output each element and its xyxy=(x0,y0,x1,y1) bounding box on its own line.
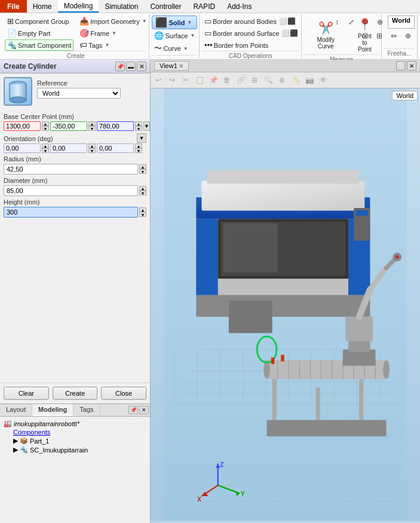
panel-pin-btn[interactable]: 📌 xyxy=(115,62,125,71)
vp-view-btn[interactable]: 👁 xyxy=(317,74,330,87)
oy-spin[interactable]: ▲ ▼ xyxy=(88,143,96,153)
vp-snap-btn[interactable]: 🔗 xyxy=(234,74,247,87)
y-spin-down[interactable]: ▼ xyxy=(88,126,96,131)
height-spin-down[interactable]: ▼ xyxy=(139,212,146,217)
height-spin-up[interactable]: ▲ xyxy=(139,207,146,212)
radius-spin-down[interactable]: ▼ xyxy=(139,169,146,174)
curve-btn[interactable]: 〜 Curve ▼ xyxy=(152,42,197,55)
tags-btn[interactable]: 🏷 Tags ▼ xyxy=(77,39,149,51)
vp-cut-btn[interactable]: ✂ xyxy=(179,74,192,87)
menu-modeling[interactable]: Modeling xyxy=(58,0,99,13)
surface-btn[interactable]: 🌐 Surface ▼ xyxy=(152,30,197,41)
base-expand-btn[interactable]: ▼ xyxy=(143,121,150,131)
menu-addins[interactable]: Add-Ins xyxy=(221,0,257,13)
oy-spin-down[interactable]: ▼ xyxy=(88,148,96,153)
frame-btn[interactable]: 🎯 Frame ▼ xyxy=(77,27,149,39)
freehand-tool-8[interactable]: ⊕ xyxy=(401,29,415,42)
menu-home[interactable]: Home xyxy=(27,0,58,13)
oy-input[interactable] xyxy=(50,143,87,153)
diameter-spin[interactable]: ▲ ▼ xyxy=(139,186,146,195)
tree-components[interactable]: Components xyxy=(12,428,148,436)
solid-btn[interactable]: ⬛ Solid ▼ xyxy=(152,16,197,29)
oz-spin-up[interactable]: ▲ xyxy=(135,143,142,148)
panel-minimize-btn[interactable]: ▬ xyxy=(126,62,136,71)
vp-camera-btn[interactable]: 📷 xyxy=(303,74,316,87)
tab-layout[interactable]: Layout xyxy=(0,404,32,416)
ox-spin-down[interactable]: ▼ xyxy=(42,148,49,153)
x-input[interactable] xyxy=(4,121,41,131)
z-spin-up[interactable]: ▲ xyxy=(135,121,142,126)
height-spin[interactable]: ▲ ▼ xyxy=(139,207,146,217)
border-around-bodies-btn[interactable]: ▭ Border around Bodies ⬜⬛ xyxy=(202,16,301,27)
vp-copy-btn[interactable]: 📋 xyxy=(193,74,206,87)
oz-spin[interactable]: ▲ ▼ xyxy=(135,143,142,153)
z-spin-down[interactable]: ▼ xyxy=(135,126,142,131)
create-btn[interactable]: Create xyxy=(53,387,98,400)
border-from-points-btn[interactable]: ••• Border from Points xyxy=(202,39,301,51)
smart-component-btn[interactable]: 🔩 Smart Component xyxy=(5,39,73,51)
oy-spin-up[interactable]: ▲ xyxy=(88,143,96,148)
height-input[interactable] xyxy=(4,207,138,218)
close-btn[interactable]: Close xyxy=(101,387,146,400)
freehand-tool-7[interactable]: ⇔ xyxy=(387,29,400,42)
vp-redo-btn[interactable]: ↪ xyxy=(165,74,179,87)
menu-file[interactable]: File xyxy=(0,0,27,13)
y-spin-up[interactable]: ▲ xyxy=(88,121,96,126)
tree-part1[interactable]: ▶ 📦 Part_1 xyxy=(12,436,148,445)
radius-spin-up[interactable]: ▲ xyxy=(139,164,146,169)
reference-select[interactable]: World xyxy=(37,88,121,99)
diameter-spin-down[interactable]: ▼ xyxy=(139,191,146,195)
diameter-spin-up[interactable]: ▲ xyxy=(139,186,146,191)
vp-delete-btn[interactable]: 🗑 xyxy=(220,74,234,87)
tab-close-btn[interactable]: ✕ xyxy=(139,406,149,414)
radius-input[interactable] xyxy=(4,164,138,175)
menu-simulation[interactable]: Simulation xyxy=(99,0,144,13)
tree-part1-expand[interactable]: ▶ xyxy=(13,437,18,445)
vp-zoom2-btn[interactable]: ⊕ xyxy=(275,74,289,87)
radius-spin[interactable]: ▲ ▼ xyxy=(139,164,146,174)
components-label[interactable]: Components xyxy=(13,429,50,436)
empty-part-btn[interactable]: 📄 Empty Part xyxy=(5,27,73,39)
tab-pin-btn[interactable]: 📌 xyxy=(128,406,138,414)
vp-measure-btn[interactable]: 📏 xyxy=(289,74,302,87)
panel-close-btn[interactable]: ✕ xyxy=(137,62,146,71)
y-input[interactable] xyxy=(50,121,87,131)
freehand-tool-5[interactable]: ⊡ xyxy=(358,29,372,42)
freehand-tool-6[interactable]: ⊞ xyxy=(373,29,386,42)
vp-close-btn[interactable]: ✕ xyxy=(407,61,416,71)
oz-spin-down[interactable]: ▼ xyxy=(135,148,142,153)
ox-spin[interactable]: ▲ ▼ xyxy=(42,143,49,153)
menu-rapid[interactable]: RAPID xyxy=(187,0,221,13)
vp-undo-btn[interactable]: ↩ xyxy=(152,74,165,87)
tree-sc[interactable]: ▶ 🔩 SC_Imukuppitarrain xyxy=(12,445,148,454)
vp-paste-btn[interactable]: 📌 xyxy=(207,74,220,87)
tab-tags[interactable]: Tags xyxy=(73,404,100,416)
tree-root[interactable]: 🏭 imukuppitarrainrobotti* xyxy=(2,419,148,428)
freehand-tool-2[interactable]: ⤢ xyxy=(345,16,358,29)
y-spin[interactable]: ▲ ▼ xyxy=(88,121,96,131)
freehand-tool-3[interactable]: ↻ xyxy=(359,16,372,29)
border-around-surface-btn[interactable]: ▭ Border around Surface ⬜⬛ xyxy=(202,27,301,39)
ox-spin-up[interactable]: ▲ xyxy=(42,143,49,148)
world-label-btn[interactable]: World xyxy=(388,16,415,29)
view-tab-close[interactable]: ✕ xyxy=(179,63,183,69)
tab-modeling[interactable]: Modeling xyxy=(32,404,73,416)
diameter-input[interactable] xyxy=(4,185,138,196)
ox-input[interactable] xyxy=(4,143,41,153)
vp-maximize-btn[interactable]: ⬜ xyxy=(396,61,406,71)
clear-btn[interactable]: Clear xyxy=(4,387,49,400)
orientation-expand-btn[interactable]: ▼ xyxy=(137,133,146,143)
x-spin-up[interactable]: ▲ xyxy=(42,121,49,126)
z-input[interactable] xyxy=(97,121,134,131)
menu-controller[interactable]: Controller xyxy=(144,0,187,13)
freehand-tool-4[interactable]: ⊕ xyxy=(373,16,387,29)
z-spin[interactable]: ▲ ▼ xyxy=(135,121,142,131)
x-spin[interactable]: ▲ ▼ xyxy=(42,121,49,131)
import-geometry-btn[interactable]: 📥 Import Geometry ▼ xyxy=(77,16,149,27)
view-tab[interactable]: View1 ✕ xyxy=(154,61,189,71)
freehand-tool-1[interactable]: ↕ xyxy=(330,16,344,29)
x-spin-down[interactable]: ▼ xyxy=(42,126,49,131)
vp-grid-btn[interactable]: ⊞ xyxy=(248,74,261,87)
component-group-btn[interactable]: ⊞ Component Group xyxy=(5,16,73,27)
tree-sc-expand[interactable]: ▶ xyxy=(13,446,18,454)
